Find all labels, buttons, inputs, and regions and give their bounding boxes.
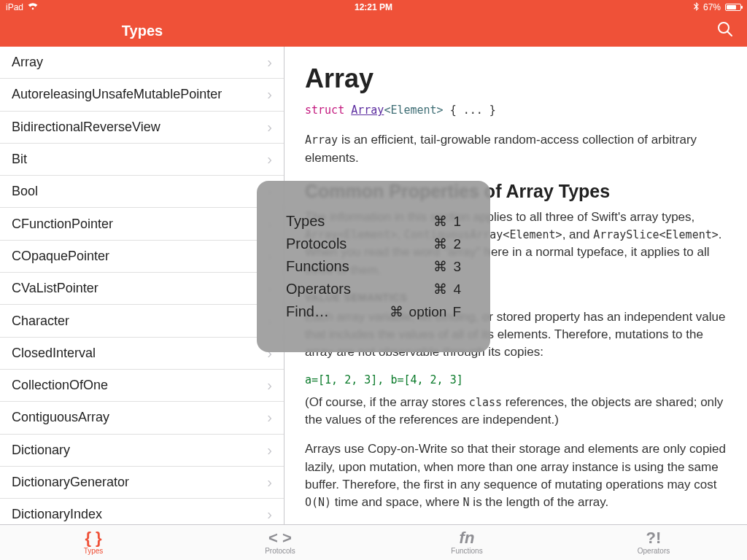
type-declaration: struct Array<Element> { ... } xyxy=(305,103,727,118)
sidebar-item[interactable]: DictionaryGenerator› xyxy=(0,467,284,499)
keyboard-shortcuts-hud: Types⌘1Protocols⌘2Functions⌘3Operators⌘4… xyxy=(257,181,490,352)
hud-row: Functions⌘3 xyxy=(286,258,461,275)
hud-row: Types⌘1 xyxy=(286,213,461,230)
class-note-paragraph: (Of course, if the array stores class re… xyxy=(305,394,727,429)
sidebar-item-label: CollectionOfOne xyxy=(12,378,108,393)
types-sidebar: Array›AutoreleasingUnsafeMutablePointer›… xyxy=(0,47,285,524)
tab-operators[interactable]: ?!Operators xyxy=(560,525,747,560)
sidebar-item[interactable]: ContiguousArray› xyxy=(0,402,284,434)
types-icon: { } xyxy=(85,530,101,546)
clock: 12:21 PM xyxy=(0,2,747,12)
nav-title: Types xyxy=(0,23,285,39)
chevron-right-icon: › xyxy=(267,54,272,71)
status-bar: iPad 12:21 PM 67% xyxy=(0,0,747,15)
sidebar-item-label: COpaquePointer xyxy=(12,249,109,264)
sidebar-item[interactable]: AutoreleasingUnsafeMutablePointer› xyxy=(0,79,284,111)
sidebar-item[interactable]: Dictionary› xyxy=(0,435,284,467)
battery-icon xyxy=(725,4,741,11)
sidebar-item-label: CFunctionPointer xyxy=(12,217,113,232)
sidebar-item[interactable]: CFunctionPointer› xyxy=(0,208,284,240)
tab-label: Types xyxy=(84,547,104,555)
tab-label: Functions xyxy=(451,547,482,555)
sidebar-item[interactable]: COpaquePointer› xyxy=(0,241,284,273)
tab-protocols[interactable]: < >Protocols xyxy=(187,525,374,560)
sidebar-item[interactable]: ClosedInterval› xyxy=(0,338,284,370)
sidebar-item[interactable]: DictionaryIndex› xyxy=(0,499,284,524)
hud-label: Functions xyxy=(286,258,349,275)
operators-icon: ?! xyxy=(646,530,662,546)
battery-percent: 67% xyxy=(703,2,721,12)
sidebar-item-label: CVaListPointer xyxy=(12,281,98,296)
wifi-icon xyxy=(28,2,38,12)
sidebar-item-label: ClosedInterval xyxy=(12,346,96,361)
sidebar-item[interactable]: Array› xyxy=(0,47,284,79)
chevron-right-icon: › xyxy=(267,86,272,103)
sidebar-item-label: DictionaryGenerator xyxy=(12,475,129,490)
hud-keys: ⌘2 xyxy=(433,236,461,252)
hud-label: Types xyxy=(286,213,325,230)
chevron-right-icon: › xyxy=(267,506,272,523)
sidebar-item-label: Bool xyxy=(12,184,38,199)
tab-functions[interactable]: fnFunctions xyxy=(374,525,560,560)
tab-types[interactable]: { }Types xyxy=(0,525,187,560)
bluetooth-icon xyxy=(694,2,699,13)
intro-paragraph: Array is an efficient, tail-growable ran… xyxy=(305,131,727,166)
code-output: a=[1, 2, 3], b=[4, 2, 3] xyxy=(305,373,727,388)
nav-bar: Types xyxy=(0,15,747,47)
sidebar-item[interactable]: CVaListPointer› xyxy=(0,273,284,305)
hud-keys: ⌘optionF xyxy=(390,303,461,320)
functions-icon: fn xyxy=(460,530,475,546)
chevron-right-icon: › xyxy=(267,442,272,459)
sidebar-item[interactable]: Character› xyxy=(0,305,284,337)
hud-row: Find…⌘optionF xyxy=(286,303,461,320)
chevron-right-icon: › xyxy=(267,377,272,394)
sidebar-item-label: AutoreleasingUnsafeMutablePointer xyxy=(12,87,222,102)
hud-row: Operators⌘4 xyxy=(286,281,461,298)
sidebar-item[interactable]: BidirectionalReverseView› xyxy=(0,112,284,144)
sidebar-item[interactable]: Bool› xyxy=(0,176,284,208)
page-title: Array xyxy=(305,60,727,97)
subheading-growth: GROWTH AND CAPACITY xyxy=(305,523,727,524)
sidebar-item-label: Character xyxy=(12,314,69,329)
hud-label: Operators xyxy=(286,281,351,298)
protocols-icon: < > xyxy=(268,530,292,546)
hud-label: Find… xyxy=(286,303,329,320)
chevron-right-icon: › xyxy=(267,474,272,491)
sidebar-item[interactable]: Bit› xyxy=(0,144,284,176)
device-label: iPad xyxy=(6,2,23,12)
hud-row: Protocols⌘2 xyxy=(286,236,461,252)
sidebar-item-label: Dictionary xyxy=(12,443,70,458)
hud-keys: ⌘4 xyxy=(433,281,461,298)
search-icon xyxy=(717,21,733,40)
chevron-right-icon: › xyxy=(267,409,272,426)
tab-bar: { }Types< >ProtocolsfnFunctions?!Operato… xyxy=(0,524,747,560)
hud-keys: ⌘1 xyxy=(433,213,461,230)
hud-label: Protocols xyxy=(286,236,347,252)
cow-paragraph: Arrays use Copy-on-Write so that their s… xyxy=(305,440,727,511)
sidebar-item-label: DictionaryIndex xyxy=(12,507,102,522)
sidebar-item-label: Array xyxy=(12,55,43,70)
sidebar-item-label: BidirectionalReverseView xyxy=(12,120,160,135)
sidebar-item[interactable]: CollectionOfOne› xyxy=(0,370,284,402)
tab-label: Operators xyxy=(638,547,670,555)
type-link-array[interactable]: Array xyxy=(351,104,384,117)
svg-line-1 xyxy=(727,31,732,36)
search-button[interactable] xyxy=(715,20,735,41)
tab-label: Protocols xyxy=(265,547,295,555)
chevron-right-icon: › xyxy=(267,119,272,136)
hud-keys: ⌘3 xyxy=(433,258,461,275)
sidebar-item-label: ContiguousArray xyxy=(12,410,109,425)
chevron-right-icon: › xyxy=(267,151,272,168)
sidebar-item-label: Bit xyxy=(12,152,27,167)
